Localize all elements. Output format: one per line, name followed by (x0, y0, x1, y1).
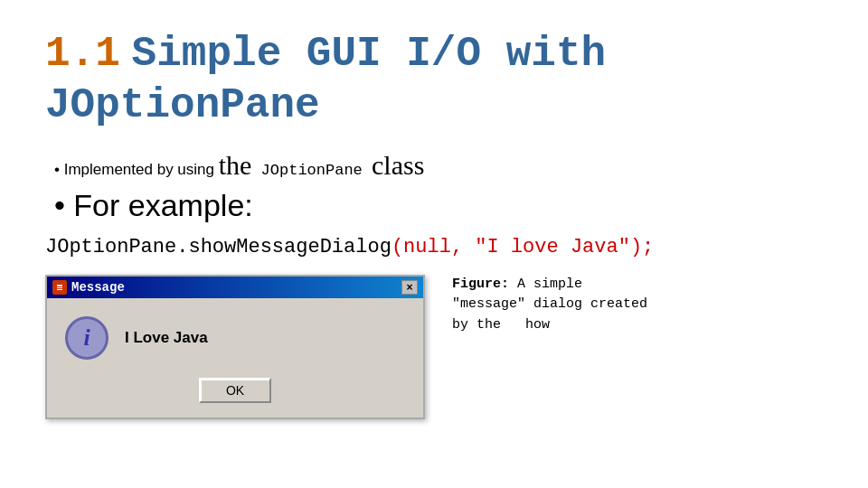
dialog-message: I Love Java (125, 329, 208, 347)
code-args: (null, "I love Java"); (392, 236, 654, 258)
dialog-ok-button[interactable]: OK (199, 378, 271, 403)
dialog-titlebar-left: Message (52, 280, 125, 295)
slide-title: 1.1 Simple GUI I/O withJOptionPane (45, 27, 823, 130)
title-text: Simple GUI I/O withJOptionPane (45, 31, 606, 129)
bullet1-prefix: • Implemented by using (54, 161, 219, 178)
dialog-title-text: Message (71, 280, 125, 295)
dialog-content-row: i I Love Java (65, 316, 405, 360)
dialog-box: Message × i I Love Java OK (45, 275, 425, 419)
code-line: JOptionPane.showMessageDialog(null, "I l… (45, 236, 823, 258)
code-method: JOptionPane.showMessageDialog (45, 236, 392, 258)
bullet1-classword: class (372, 150, 424, 180)
dialog-titlebar: Message × (47, 277, 423, 298)
title-number: 1.1 (45, 31, 120, 78)
dialog-body: i I Love Java OK (47, 298, 423, 418)
dialog-close-button[interactable]: × (401, 280, 418, 295)
svg-rect-3 (57, 289, 62, 290)
dialog-title-icon (52, 280, 67, 295)
dialog-info-icon: i (65, 316, 108, 360)
bullet1-the: the (219, 150, 252, 180)
figure-label: Figure: (452, 277, 509, 292)
svg-rect-2 (57, 287, 62, 288)
figure-caption: Figure: A simple"message" dialog created… (452, 275, 647, 336)
bullet1-class: JOptionPane (251, 162, 372, 179)
svg-rect-1 (57, 285, 62, 286)
bullet-1: • Implemented by using the JOptionPane c… (54, 150, 823, 181)
page: 1.1 Simple GUI I/O withJOptionPane • Imp… (0, 0, 868, 488)
dialog-area: Message × i I Love Java OK Figure: A sim… (45, 275, 823, 419)
bullet-2: • For example: (54, 188, 823, 223)
